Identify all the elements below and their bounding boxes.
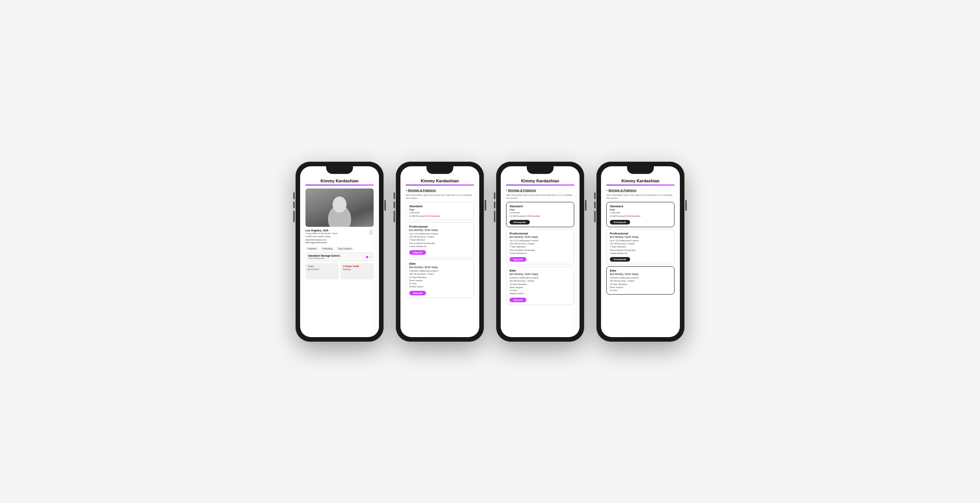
standard-plan-name: Standard	[510, 205, 571, 208]
title-underline	[506, 185, 574, 185]
location-row: Los Angeles, USA Long walks on the beach…	[305, 229, 374, 246]
following-tab[interactable]: Following	[320, 247, 335, 251]
silent-button	[293, 211, 295, 222]
storage-membership-row[interactable]: Standard Storage Extra's Free Membership…	[305, 252, 374, 261]
elite-f5: AI Tools	[409, 282, 470, 285]
back-link[interactable]: ‹ Storage & Features	[606, 188, 675, 192]
badge-icon	[368, 229, 374, 235]
pro-f5: Create follower list	[610, 252, 671, 255]
notch	[426, 166, 453, 174]
phone-screen: Kimmy Kardashian ‹ Storage & Features Sh…	[501, 166, 580, 337]
top-creators-tab[interactable]: Top Creators	[336, 247, 354, 251]
profile-title: Kimmy Kardashian	[305, 179, 374, 183]
phone-frame: Kimmy Kardashian Los Angeles, USA Long w…	[296, 162, 384, 342]
elite-f5: AI Tools	[610, 289, 671, 292]
wallet-label: Wallet	[308, 265, 336, 267]
elite-f4: Direct Support	[610, 286, 671, 289]
title-underline	[606, 185, 675, 185]
elite-plan-name: Elite	[409, 262, 470, 265]
power-button	[585, 200, 586, 211]
professional-upgrade-button[interactable]: Upgrade	[510, 257, 526, 262]
phone-screen: Kimmy Kardashian ‹ Storage & Features Sh…	[601, 166, 680, 337]
elite-price: $24 Monthly / $249 Yearly	[409, 266, 470, 269]
back-link[interactable]: ‹ Storage & Features	[406, 188, 474, 192]
standard-feature-2: 10 GB Personal 02 GB OverSize	[409, 215, 470, 218]
follower-tab[interactable]: Follower	[305, 247, 319, 251]
professional-plan-card: Professional $14 Monthly / $149 Yearly U…	[606, 229, 675, 264]
elite-f3: 10 Team Members	[409, 276, 470, 279]
professional-plan-name: Professional	[610, 232, 671, 235]
pro-f2: 100 GB Personal + Project	[610, 242, 671, 245]
elite-f1: Unlimited collaborative projects	[610, 276, 671, 279]
standard-plan-name: Standard	[409, 205, 470, 208]
elite-f5: AI Tools	[510, 289, 571, 292]
elite-upgrade-button[interactable]: Upgrade	[409, 291, 426, 295]
section-description: Short description goes here about how im…	[506, 193, 574, 200]
elite-plan-name: Elite	[610, 269, 671, 272]
phone-screen: Kimmy Kardashian Los Angeles, USA Long w…	[300, 166, 379, 337]
phone-2-features: Kimmy Kardashian ‹ Storage & Features Sh…	[396, 162, 484, 342]
pro-f5: Create follower list	[409, 245, 470, 248]
standard-downgrade-button[interactable]: Downgrade	[610, 220, 630, 224]
standard-plan-name: Standard	[610, 205, 671, 208]
professional-upgrade-button[interactable]: Upgrade	[409, 250, 426, 255]
phone-frame: Kimmy Kardashian ‹ Storage & Features Sh…	[396, 162, 484, 342]
elite-f6: Ideation Space	[510, 292, 571, 295]
instagram-link[interactable]: @instagram/kimmyK	[305, 241, 338, 244]
standard-downgrade-button[interactable]: Downgrade	[510, 220, 530, 224]
back-arrow-icon: ‹	[606, 188, 608, 192]
project-label: 1 Project 12GB	[343, 265, 372, 267]
volume-up-button	[293, 192, 295, 199]
pro-f3: 2 Team Members	[510, 245, 571, 248]
wallet-value: $3.50 AUD	[308, 268, 336, 270]
professional-plan-card: Professional $14 Monthly / $149 Yearly U…	[406, 222, 474, 257]
professional-downgrade-button[interactable]: Downgrade	[610, 257, 630, 262]
profile-face-image	[305, 188, 374, 227]
elite-f1: Unlimited collaborative projects	[409, 269, 470, 272]
volume-up-button	[494, 192, 495, 199]
title-underline	[406, 185, 474, 185]
project-card[interactable]: 1 Project 12GB Pending	[341, 263, 374, 279]
elite-f6: Ideation Space	[409, 285, 470, 288]
back-arrow-icon: ‹	[506, 188, 507, 192]
phone-4-features-elite: Kimmy Kardashian ‹ Storage & Features Sh…	[596, 162, 684, 342]
website-link[interactable]: http://kimmykim.com	[305, 239, 338, 241]
profile-title: Kimmy Kardashian	[506, 179, 574, 183]
pro-f5: Create follower list	[510, 252, 571, 255]
storage-dot	[366, 256, 368, 258]
professional-price: $14 Monthly / $149 Yearly	[409, 229, 470, 231]
elite-plan-card: Elite $24 Monthly / $249 Yearly Unlimite…	[506, 266, 574, 305]
phone-screen: Kimmy Kardashian ‹ Storage & Features Sh…	[400, 166, 479, 337]
phone-frame: Kimmy Kardashian ‹ Storage & Features Sh…	[496, 162, 584, 342]
notch	[527, 166, 554, 174]
back-arrow-icon: ‹	[406, 188, 407, 192]
elite-plan-card: Elite $24 Monthly / $249 Yearly Unlimite…	[606, 266, 675, 295]
silent-button	[394, 211, 395, 222]
elite-price: $24 Monthly / $249 Yearly	[510, 273, 571, 275]
wallet-card[interactable]: Wallet $3.50 AUD	[305, 263, 339, 279]
section-description: Short description goes here about how im…	[406, 193, 474, 200]
volume-down-button	[594, 202, 596, 208]
standard-feature-1: 1 Personal	[610, 211, 671, 214]
elite-f2: 300 GB personal + Project	[610, 279, 671, 282]
standard-feature-1: 1 Personal	[409, 211, 470, 214]
elite-upgrade-button[interactable]: Upgrade	[510, 298, 526, 302]
project-status: Pending	[343, 268, 372, 270]
pro-f3: 2 Team Members	[610, 245, 671, 248]
phones-container: Kimmy Kardashian Los Angeles, USA Long w…	[296, 162, 684, 342]
bio-text: Long walks on the beach, actor,model and…	[305, 232, 338, 238]
pro-f1: Up to 10 Collaborative Projects	[409, 232, 470, 235]
storage-arrow-icon: ›	[370, 255, 371, 259]
professional-plan-card: Professional $14 Monthly / $149 Yearly U…	[506, 229, 574, 264]
professional-plan-name: Professional	[510, 232, 571, 235]
standard-price: Free	[610, 208, 671, 211]
volume-down-button	[394, 202, 395, 208]
pro-f2: 100 GB Personal + Project	[510, 242, 571, 245]
phone-1-profile: Kimmy Kardashian Los Angeles, USA Long w…	[296, 162, 384, 342]
standard-price: Free	[510, 208, 571, 211]
power-button	[384, 200, 386, 211]
elite-f4: Direct Support	[510, 286, 571, 289]
pro-f2: 100 GB Personal + Project	[409, 235, 470, 238]
back-link[interactable]: ‹ Storage & Features	[506, 188, 574, 192]
back-text: Storage & Features	[408, 188, 436, 192]
